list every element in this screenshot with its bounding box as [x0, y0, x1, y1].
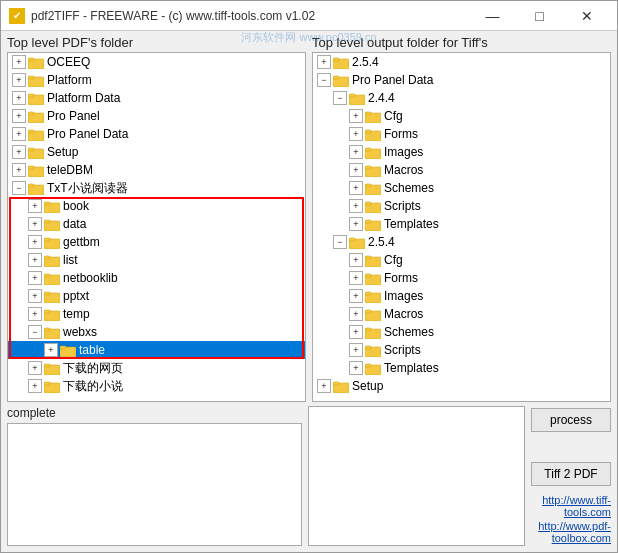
expand-icon[interactable]: +	[12, 163, 26, 177]
expand-icon[interactable]: +	[349, 271, 363, 285]
expand-icon[interactable]: +	[349, 109, 363, 123]
expand-icon[interactable]: +	[349, 127, 363, 141]
left-tree[interactable]: + OCEEQ+ Platform+ Platform Data+ Pro Pa…	[7, 52, 306, 402]
tree-item[interactable]: + Pro Panel	[8, 107, 305, 125]
tree-item[interactable]: + Setup	[8, 143, 305, 161]
expand-icon[interactable]: +	[349, 181, 363, 195]
folder-icon	[60, 344, 76, 357]
tree-item[interactable]: − webxs	[8, 323, 305, 341]
tree-item[interactable]: + Cfg	[313, 251, 610, 269]
tree-item[interactable]: + Forms	[313, 269, 610, 287]
collapse-icon[interactable]: −	[333, 235, 347, 249]
expand-icon[interactable]: +	[349, 307, 363, 321]
expand-icon[interactable]: +	[12, 109, 26, 123]
expand-icon[interactable]: +	[349, 361, 363, 375]
expand-icon[interactable]: +	[349, 199, 363, 213]
tree-item[interactable]: + list	[8, 251, 305, 269]
tree-item[interactable]: + Schemes	[313, 179, 610, 197]
tree-item-label: Setup	[47, 145, 78, 159]
main-window: ✔ pdf2TIFF - FREEWARE - (c) www.tiff-too…	[0, 0, 618, 553]
tree-item[interactable]: + 2.5.4	[313, 53, 610, 71]
maximize-button[interactable]: □	[517, 1, 562, 31]
expand-icon[interactable]: +	[28, 379, 42, 393]
tree-item[interactable]: + table	[8, 341, 305, 359]
tree-item[interactable]: + Scripts	[313, 197, 610, 215]
collapse-icon[interactable]: −	[28, 325, 42, 339]
buttons-column: process Tiff 2 PDF http://www.tiff-tools…	[531, 406, 611, 546]
tree-item[interactable]: + Forms	[313, 125, 610, 143]
tree-item[interactable]: + Templates	[313, 215, 610, 233]
tree-item[interactable]: + Templates	[313, 359, 610, 377]
tree-item[interactable]: + temp	[8, 305, 305, 323]
tree-item[interactable]: + 下载的小说	[8, 377, 305, 395]
expand-icon[interactable]: +	[317, 55, 331, 69]
links-area: Tiff 2 PDF http://www.tiff-tools.com htt…	[531, 462, 611, 544]
tree-item[interactable]: + Schemes	[313, 323, 610, 341]
tree-item-label: webxs	[63, 325, 97, 339]
tree-item[interactable]: + data	[8, 215, 305, 233]
expand-icon[interactable]: +	[12, 127, 26, 141]
expand-icon[interactable]: +	[12, 91, 26, 105]
tree-item[interactable]: + OCEEQ	[8, 53, 305, 71]
collapse-icon[interactable]: −	[333, 91, 347, 105]
tree-item[interactable]: + netbooklib	[8, 269, 305, 287]
tree-item[interactable]: + Macros	[313, 161, 610, 179]
expand-icon[interactable]: +	[12, 55, 26, 69]
tree-item[interactable]: + teleDBM	[8, 161, 305, 179]
minimize-button[interactable]: —	[470, 1, 515, 31]
tree-item[interactable]: + Cfg	[313, 107, 610, 125]
expand-icon[interactable]: +	[28, 289, 42, 303]
folder-icon	[333, 56, 349, 69]
tree-item[interactable]: + Scripts	[313, 341, 610, 359]
close-button[interactable]: ✕	[564, 1, 609, 31]
tree-item[interactable]: − TxT小说阅读器	[8, 179, 305, 197]
collapse-icon[interactable]: −	[12, 181, 26, 195]
expand-icon[interactable]: +	[349, 163, 363, 177]
tree-item-label: teleDBM	[47, 163, 93, 177]
expand-icon[interactable]: +	[349, 325, 363, 339]
tiff2pdf-button[interactable]: Tiff 2 PDF	[531, 462, 611, 486]
expand-icon[interactable]: +	[28, 253, 42, 267]
expand-icon[interactable]: +	[349, 289, 363, 303]
tree-item-label: netbooklib	[63, 271, 118, 285]
expand-icon[interactable]: +	[28, 217, 42, 231]
expand-icon[interactable]: +	[349, 253, 363, 267]
tree-item[interactable]: − 2.4.4	[313, 89, 610, 107]
tree-item[interactable]: + Images	[313, 287, 610, 305]
tree-item-label: pptxt	[63, 289, 89, 303]
tree-item[interactable]: + Platform	[8, 71, 305, 89]
expand-icon[interactable]: +	[349, 217, 363, 231]
expand-icon[interactable]: +	[28, 199, 42, 213]
link1[interactable]: http://www.tiff-tools.com	[531, 494, 611, 518]
tree-item[interactable]: + Setup	[313, 377, 610, 395]
expand-icon[interactable]: +	[28, 361, 42, 375]
tree-item[interactable]: + Pro Panel Data	[8, 125, 305, 143]
expand-icon[interactable]: +	[317, 379, 331, 393]
tree-item[interactable]: + Platform Data	[8, 89, 305, 107]
title-bar: ✔ pdf2TIFF - FREEWARE - (c) www.tiff-too…	[1, 1, 617, 31]
link2[interactable]: http://www.pdf-toolbox.com	[531, 520, 611, 544]
process-button[interactable]: process	[531, 408, 611, 432]
right-tree[interactable]: + 2.5.4− Pro Panel Data− 2.4.4+ Cfg+ For…	[312, 52, 611, 402]
expand-icon[interactable]: +	[349, 343, 363, 357]
expand-icon[interactable]: +	[44, 343, 58, 357]
tree-item[interactable]: − Pro Panel Data	[313, 71, 610, 89]
expand-icon[interactable]: +	[28, 271, 42, 285]
tree-item[interactable]: + book	[8, 197, 305, 215]
tree-item[interactable]: + pptxt	[8, 287, 305, 305]
tree-item[interactable]: + gettbm	[8, 233, 305, 251]
svg-rect-33	[60, 346, 66, 349]
collapse-icon[interactable]: −	[317, 73, 331, 87]
expand-icon[interactable]: +	[28, 307, 42, 321]
expand-icon[interactable]: +	[12, 145, 26, 159]
expand-icon[interactable]: +	[28, 235, 42, 249]
expand-icon[interactable]: +	[349, 145, 363, 159]
tree-item[interactable]: − 2.5.4	[313, 233, 610, 251]
left-panel: Top level PDF's folder + OCEEQ+ Platform…	[7, 35, 306, 402]
folder-icon	[365, 254, 381, 267]
tree-item[interactable]: + Macros	[313, 305, 610, 323]
tree-item[interactable]: + 下载的网页	[8, 359, 305, 377]
svg-rect-51	[365, 166, 371, 169]
expand-icon[interactable]: +	[12, 73, 26, 87]
tree-item[interactable]: + Images	[313, 143, 610, 161]
